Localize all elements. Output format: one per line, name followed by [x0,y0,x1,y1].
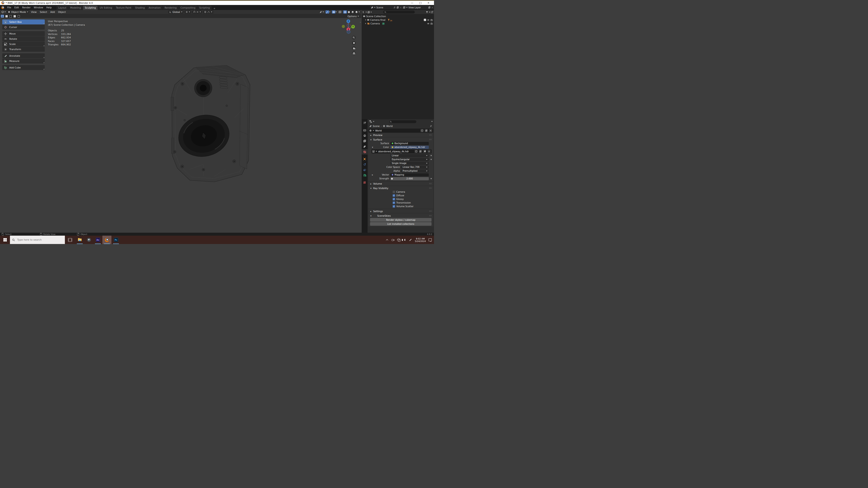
menu-window[interactable]: Window [32,6,44,9]
panel-title[interactable]: Surface [373,138,382,141]
menu-edit[interactable]: Edit [13,6,21,9]
collapse-icon[interactable]: ▾ [370,138,372,141]
tab-uv-editing[interactable]: UV Editing [98,6,114,10]
tool-select-box[interactable]: Select Box [2,20,45,24]
perspective-toggle-button[interactable] [352,51,356,55]
menu-file[interactable]: File [6,6,13,9]
properties-editor-icon[interactable] [369,120,372,123]
tool-scale[interactable]: Scale [2,41,45,46]
search-input[interactable] [17,238,58,241]
hide-eye-icon[interactable] [427,23,430,25]
filter-chevron-icon[interactable] [429,12,430,13]
navigation-axis-gizmo[interactable]: Z Y X [341,19,355,34]
world-id-block[interactable]: World × [368,129,433,133]
interpolation-dropdown[interactable]: Linear [391,154,429,157]
world-browse-chevron-icon[interactable] [373,130,374,131]
gizmos-toggle[interactable] [326,10,329,13]
hide-eye-icon[interactable] [427,19,430,21]
exclude-checkbox[interactable]: ✓ [424,19,426,21]
tab-output[interactable] [362,133,368,138]
tab-sculpting[interactable]: Sculpting [83,6,98,10]
fake-user-shield-button[interactable] [414,150,418,153]
overlays-chevron-icon[interactable] [336,11,337,12]
menu-add[interactable]: Add [49,11,56,13]
transmission-checkbox[interactable]: ✓ [393,201,395,204]
panel-title[interactable]: Settings [373,210,383,213]
tab-rendering[interactable]: Rendering [163,6,179,10]
display-mode-chevron-icon[interactable] [366,12,367,13]
view-layer-selector[interactable]: View Layer × [402,6,434,9]
breadcrumb-scene[interactable]: Scene [373,125,380,127]
panel-grip[interactable] [429,134,432,136]
taskbar-app-after-effects[interactable]: Ae [93,236,102,244]
axis-y-negative[interactable] [342,25,345,28]
image-browse-chevron-icon[interactable] [376,151,377,152]
image-name-field[interactable]: abandoned_slipway_4k.hdr [378,150,413,153]
editor-type-chevron-icon[interactable] [373,121,374,122]
diffuse-checkbox[interactable]: ✓ [393,194,395,197]
tool-annotate[interactable]: Annotate [2,53,45,58]
volume-scatter-checkbox[interactable]: ✓ [393,205,395,207]
menu-help[interactable]: Help [45,6,53,9]
scene-unlink-icon[interactable]: × [400,6,402,9]
taskbar-app-compass[interactable] [84,236,93,244]
properties-options-chevron-icon[interactable] [431,121,433,122]
pivot-point-dropdown[interactable] [184,10,191,13]
editor-type-chevron-icon[interactable] [4,11,6,12]
panel-ray-visibility-header[interactable]: ▾ Ray Visibility [368,186,433,190]
panel-title[interactable]: SceneSkies [377,215,391,217]
vector-field[interactable]: Mapping [391,173,429,176]
scene-name[interactable]: Scene [376,6,393,9]
view-layer-unlink-icon[interactable]: × [432,6,433,9]
copy-icon[interactable] [428,6,431,8]
unlink-button[interactable]: × [428,150,431,153]
collapse-icon[interactable]: ▾ [370,215,372,217]
tab-texture-paint[interactable]: Texture Paint [114,6,133,10]
tab-world[interactable] [362,149,368,155]
panel-title[interactable]: Ray Visibility [373,187,388,190]
tab-constraints[interactable] [362,167,368,173]
panel-surface-header[interactable]: ▾ Surface [368,138,433,141]
object-label[interactable]: Camera [370,22,380,25]
tray-camera-icon[interactable] [391,238,395,241]
menu-view[interactable]: View [29,11,38,13]
panel-title[interactable]: Volume [373,182,382,185]
unlink-button[interactable]: × [429,129,432,132]
tray-volume-icon[interactable] [403,238,406,241]
expand-icon[interactable]: ▸ [370,134,372,136]
camera-view-button[interactable] [352,46,356,50]
tab-physics[interactable] [362,162,368,167]
pan-button[interactable] [352,41,356,45]
slider-knob[interactable] [391,178,393,180]
editor-type-button[interactable] [1,10,4,13]
taskbar-app-file-explorer[interactable] [75,236,84,244]
panel-title[interactable]: Preview [373,134,382,136]
view-layer-chevron-icon[interactable] [406,7,408,8]
panel-volume[interactable]: ▸ Volume [368,182,433,186]
glossy-checkbox[interactable]: ✓ [393,198,395,200]
decorator-dot[interactable] [431,159,432,160]
new-copy-button[interactable] [425,129,428,132]
action-center-icon[interactable] [429,238,432,241]
tool-cursor[interactable]: Cursor [2,25,45,30]
viewport-3d[interactable]: Select Box Cursor Move Rotate Scale Tran… [0,18,361,233]
pack-button[interactable] [423,150,426,153]
tab-tool[interactable] [362,120,368,126]
tab-compositing[interactable]: Compositing [179,6,197,10]
tool-move[interactable]: Move [2,31,45,36]
tab-animation[interactable]: Animation [147,6,162,10]
menu-render[interactable]: Render [21,6,32,9]
filter-type-chevron-icon[interactable] [370,12,372,13]
image-id-block[interactable]: abandoned_slipway_4k.hdr × [371,149,432,153]
tab-layout[interactable]: Layout [57,6,68,10]
tab-scripting[interactable]: Scripting [197,6,212,10]
expand-icon[interactable]: ▸ [370,210,372,213]
shading-solid-button[interactable] [347,10,351,13]
proportional-editing-controls[interactable] [203,10,213,13]
task-view-button[interactable] [68,238,72,242]
axis-z-positive[interactable]: Z [346,20,350,23]
axis-y-positive[interactable]: Y [351,25,355,29]
decorator-dot[interactable] [431,155,432,156]
zoom-button[interactable] [352,36,356,39]
panel-grip[interactable] [429,215,432,217]
